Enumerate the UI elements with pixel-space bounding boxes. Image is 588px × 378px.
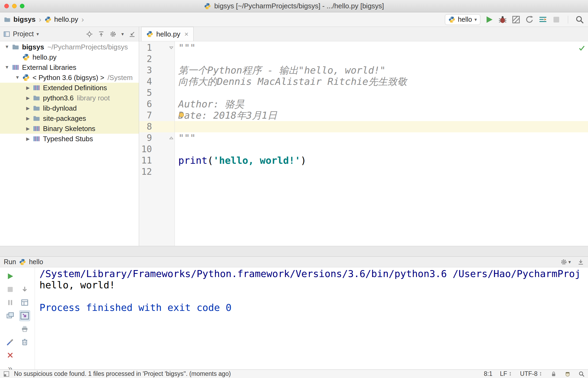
debug-button[interactable] — [498, 15, 507, 24]
hide-tool-window-icon[interactable] — [577, 259, 584, 266]
tree-toggle-icon[interactable]: ▼ — [13, 75, 22, 80]
tool-window-switcher-icon[interactable] — [3, 371, 10, 377]
line-number: 2 — [139, 53, 175, 65]
fold-marker-icon[interactable] — [168, 45, 174, 51]
pause-output-button[interactable] — [6, 299, 14, 307]
tree-item[interactable]: ▼bigsys~/PycharmProjects/bigsys — [0, 42, 139, 52]
hector-inspector-icon[interactable] — [564, 371, 571, 377]
tree-item[interactable]: ▼< Python 3.6 (bigsys) >/System — [0, 72, 139, 83]
line-separator-selector[interactable]: LF — [500, 370, 513, 377]
project-panel-title[interactable]: Project — [13, 30, 34, 38]
tab-hello-py[interactable]: hello.py × — [141, 27, 194, 41]
breadcrumb-file[interactable]: hello.py — [54, 15, 78, 24]
rerun-button[interactable] — [6, 272, 14, 280]
tree-toggle-icon[interactable]: ▶ — [23, 126, 33, 132]
search-icon[interactable] — [578, 371, 585, 377]
project-tree[interactable]: ▼bigsys~/PycharmProjects/bigsyshello.py▼… — [0, 41, 139, 246]
editor-line[interactable]: 4向伟大的Dennis MacAlistair Ritchie先生致敬 — [139, 76, 588, 87]
encoding-value: UTF-8 — [520, 370, 538, 377]
stop-button[interactable] — [552, 15, 561, 24]
tab-label: hello.py — [156, 30, 180, 38]
editor-line[interactable]: 8 — [139, 121, 588, 132]
editor-line[interactable]: 5 — [139, 87, 588, 99]
status-message[interactable]: No suspicious code found. 1 files proces… — [14, 370, 231, 377]
run-panel-body: » /System/Library/Frameworks/Python.fram… — [0, 267, 588, 369]
tree-toggle-icon[interactable]: ▶ — [23, 106, 33, 111]
tree-toggle-icon[interactable]: ▶ — [23, 136, 33, 142]
horizontal-splitter[interactable] — [0, 246, 588, 256]
chevron-down-icon[interactable]: ▾ — [121, 31, 124, 37]
scroll-to-end-button[interactable] — [19, 310, 30, 321]
tree-toggle-icon[interactable]: ▶ — [23, 85, 33, 91]
editor-line[interactable]: 10 — [139, 144, 588, 155]
screwdriver-icon[interactable] — [6, 338, 14, 346]
tree-item[interactable]: ▼External Libraries — [0, 62, 139, 72]
editor-line[interactable]: 1""" — [139, 42, 588, 53]
tree-item[interactable]: ▶Typeshed Stubs — [0, 134, 139, 144]
editor-line[interactable]: 9""" — [139, 132, 588, 144]
arrow-down-icon[interactable] — [21, 285, 29, 293]
run-with-coverage-button[interactable] — [511, 15, 521, 24]
editor-line[interactable]: 11print('hello, world!') — [139, 155, 588, 166]
locate-file-icon[interactable] — [86, 31, 93, 38]
run-console-button[interactable] — [538, 15, 547, 24]
zoom-window-button[interactable] — [20, 4, 24, 8]
code-text: 向伟大的Dennis MacAlistair Ritchie先生致敬 — [175, 76, 407, 87]
tree-item[interactable]: ▶Binary Skeletons — [0, 123, 139, 134]
code-text: Date: 2018年3月1日 — [175, 110, 277, 121]
toolbar-separator — [568, 16, 568, 24]
breadcrumb-project[interactable]: bigsys — [13, 15, 35, 24]
restore-layout-button[interactable] — [21, 299, 29, 307]
gear-icon[interactable] — [560, 259, 567, 266]
library-icon — [33, 125, 40, 132]
hide-tool-window-icon[interactable] — [129, 31, 136, 38]
run-console[interactable]: /System/Library/Frameworks/Python.framew… — [35, 267, 588, 369]
title-bar: bigsys [~/PycharmProjects/bigsys] - .../… — [0, 0, 588, 12]
tree-item[interactable]: ▶lib-dynload — [0, 103, 139, 113]
close-window-button[interactable] — [4, 4, 9, 8]
editor-line[interactable]: 2 — [139, 53, 588, 65]
tree-item[interactable]: ▶site-packages — [0, 113, 139, 123]
tree-item[interactable]: ▶Extended Definitions — [0, 83, 139, 93]
tree-item[interactable]: hello.py — [0, 52, 139, 62]
python-icon — [22, 53, 30, 61]
print-button[interactable] — [21, 325, 29, 333]
editor[interactable]: 1"""2 3第一个Python程序 - 输出"hello, world!"4向… — [139, 41, 588, 246]
gear-icon[interactable] — [110, 31, 117, 38]
run-panel-title[interactable]: Run — [4, 258, 16, 266]
run-configuration-selector[interactable]: hello ▾ — [445, 14, 480, 25]
inspections-ok-icon[interactable] — [578, 45, 585, 52]
collapse-all-icon[interactable] — [98, 31, 105, 38]
tree-item[interactable]: ▶python3.6library root — [0, 93, 139, 103]
profile-button[interactable] — [525, 15, 534, 24]
intention-bulb-icon[interactable] — [177, 112, 186, 120]
editor-line[interactable]: 3第一个Python程序 - 输出"hello, world!" — [139, 65, 588, 76]
python-file-icon — [146, 31, 153, 38]
minimize-window-button[interactable] — [12, 4, 17, 8]
close-tab-icon[interactable]: × — [184, 30, 188, 38]
stop-button[interactable] — [6, 285, 14, 293]
chevron-down-icon[interactable]: ▾ — [568, 259, 571, 265]
chevron-down-icon[interactable]: ▾ — [37, 31, 39, 37]
navigation-bar: bigsys › hello.py › hello ▾ — [0, 12, 588, 27]
close-button[interactable] — [6, 351, 14, 359]
tree-item-suffix: /System — [107, 74, 133, 82]
lock-icon[interactable] — [550, 371, 557, 377]
fold-marker-icon[interactable] — [168, 135, 174, 141]
tree-toggle-icon[interactable]: ▼ — [2, 44, 12, 50]
editor-line[interactable]: 6Author: 骆昊 — [139, 99, 588, 110]
editor-line[interactable]: 7Date: 2018年3月1日 — [139, 110, 588, 121]
editor-line[interactable]: 12 — [139, 166, 588, 177]
show-windows-icon[interactable] — [6, 312, 14, 320]
tree-toggle-icon[interactable]: ▼ — [2, 65, 12, 70]
run-button[interactable] — [485, 15, 494, 24]
clear-console-button[interactable] — [21, 338, 29, 346]
up-down-arrows-icon — [538, 372, 543, 376]
tree-toggle-icon[interactable]: ▶ — [23, 116, 33, 121]
run-config-name: hello — [29, 258, 43, 266]
run-panel-toolbar: » — [0, 267, 35, 369]
caret-position[interactable]: 8:1 — [484, 370, 492, 377]
search-everywhere-icon[interactable] — [575, 15, 584, 24]
tree-toggle-icon[interactable]: ▶ — [23, 95, 33, 101]
encoding-selector[interactable]: UTF-8 — [520, 370, 543, 377]
